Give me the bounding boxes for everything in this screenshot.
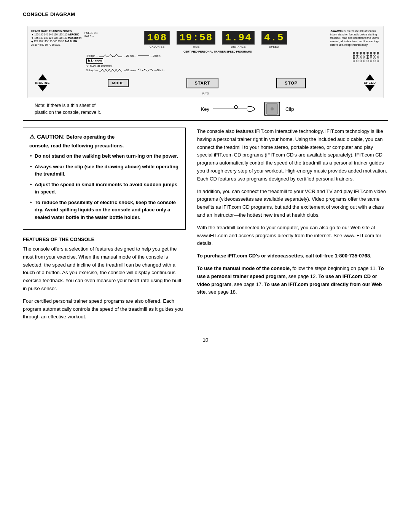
- right-paragraph-2: In addition, you can connect the treadmi…: [197, 188, 388, 219]
- incline-group: INCLINE: [35, 74, 50, 91]
- caution-subtitle: Before operating the: [66, 134, 115, 140]
- speed-display: 4.5 SPEED: [261, 31, 287, 48]
- speed-label: SPEED: [364, 81, 376, 85]
- note-line-1: Note: If there is a thin sheet of: [35, 102, 118, 109]
- right-column: The console also features iFIT.com inter…: [197, 128, 388, 326]
- speed-label: SPEED: [269, 45, 279, 48]
- calories-label: CALORIES: [150, 45, 164, 48]
- console-diagram-section: CONSOLE DIAGRAM HEART RATE TRAINING ZONE…: [23, 11, 388, 121]
- right-paragraph-3: With the treadmill connected to your com…: [197, 224, 388, 248]
- manual-control-label: MANUAL CONTROL: [90, 65, 113, 67]
- heart-rate-zone: HEART RATE TRAINING ZONES ▼ 165 155 145 …: [31, 29, 84, 46]
- clip-label: Clip: [285, 106, 294, 112]
- key-arrow-svg: [213, 103, 259, 115]
- page-container: CONSOLE DIAGRAM HEART RATE TRAINING ZONE…: [23, 11, 388, 343]
- caution-subtitle2: console, read the following precautions.: [29, 143, 179, 149]
- warning-box: ⚠WARNING: To reduce risk of serious inju…: [330, 29, 380, 46]
- incline-down-icon[interactable]: [38, 85, 47, 91]
- caution-item-4-bold: To reduce the possibility of electric sh…: [35, 200, 176, 220]
- features-section: FEATURES OF THE CONSOLE The console offe…: [23, 236, 186, 321]
- manual-control-row: ⊙ MANUAL CONTROL: [86, 64, 349, 67]
- caution-item-2-bold: Always wear the clip (see the drawing ab…: [35, 164, 178, 177]
- program-line-2: iFiT.com: [86, 58, 349, 64]
- pulse-fat-indicators: PULSE 0 ○ FAT 0 ○: [84, 32, 98, 38]
- speed-down-icon[interactable]: [365, 85, 374, 91]
- purchase-text: To purchase iFIT.com CD's or videocasset…: [197, 252, 388, 260]
- page-title: CONSOLE DIAGRAM: [23, 11, 388, 17]
- fat-label: FAT: [84, 35, 89, 38]
- lcd-displays: 108 CALORIES 19:58 TIME 1.94 DISTANCE: [101, 31, 330, 48]
- features-paragraph-1: The console offers a selection of featur…: [23, 245, 186, 293]
- right-paragraph-1: The console also features iFIT.com inter…: [197, 128, 388, 183]
- distance-label: DISTANCE: [231, 45, 246, 48]
- manual-mode-intro: To use the manual mode of the console,: [197, 265, 291, 271]
- console-inner: HEART RATE TRAINING ZONES ▼ 165 155 145 …: [27, 26, 384, 98]
- caution-box: ⚠ CAUTION: Before operating the console,…: [23, 128, 186, 230]
- calories-value: 108: [144, 31, 170, 45]
- program-lines: 4.0 mph— —20 min— —30 min iFiT.com: [86, 54, 349, 72]
- calories-display: 108 CALORIES: [144, 31, 170, 48]
- manual-mode-text: To use the manual mode of the console, f…: [197, 265, 388, 296]
- web-site-text: , see page 18.: [206, 289, 237, 295]
- purchase-bold: To purchase iFIT.com CD's or videocasset…: [197, 253, 371, 259]
- caution-item-1-bold: Do not stand on the walking belt when tu…: [35, 153, 178, 159]
- time-value: 19:58: [177, 31, 215, 45]
- incline-up-icon[interactable]: [38, 74, 47, 80]
- program-line-3: 5.5 mph— —20 min— —30 min: [86, 68, 349, 72]
- note-text: Note: If there is a thin sheet of plasti…: [35, 102, 118, 116]
- left-column: ⚠ CAUTION: Before operating the console,…: [23, 128, 186, 326]
- svg-point-2: [234, 105, 237, 109]
- svg-point-5: [271, 107, 274, 110]
- stop-button[interactable]: STOP: [276, 78, 306, 88]
- caution-icon: ⚠: [29, 133, 35, 141]
- speed-up-icon[interactable]: [365, 74, 374, 80]
- pulse-label: PULSE: [84, 32, 93, 34]
- distance-value: 1.94: [222, 31, 254, 45]
- dot-grid-top: [353, 52, 380, 62]
- start-button[interactable]: START: [186, 78, 219, 88]
- key-clip-row: Note: If there is a thin sheet of plasti…: [27, 101, 384, 117]
- programs-title: CERTIFIED PERSONAL TRAINER SPEED PROGRAM…: [86, 50, 349, 53]
- caution-title: ⚠ CAUTION: Before operating the: [29, 133, 179, 141]
- manual-mode-rest: follow the steps beginning on page 11.: [291, 265, 377, 271]
- main-content: ⚠ CAUTION: Before operating the console,…: [23, 128, 388, 326]
- middle-row: CERTIFIED PERSONAL TRAINER SPEED PROGRAM…: [86, 50, 380, 72]
- dot-grid-container: [353, 52, 380, 63]
- features-header: FEATURES OF THE CONSOLE: [23, 236, 186, 242]
- program-line-1: 4.0 mph— —20 min— —30 min: [86, 54, 349, 58]
- caution-item-2: Always wear the clip (see the drawing ab…: [29, 163, 179, 178]
- clip-container: [263, 101, 282, 117]
- key-diagram: Key: [118, 101, 376, 117]
- console-button-row: INCLINE MODE START STOP SPEED: [31, 74, 380, 91]
- ifit-cd-text: , see page 17.: [231, 281, 263, 287]
- caution-word: CAUTION:: [37, 133, 65, 140]
- caution-item-3-bold: Adjust the speed in small increments to …: [35, 182, 177, 195]
- console-top-row: HEART RATE TRAINING ZONES ▼ 165 155 145 …: [31, 29, 380, 48]
- distance-display: 1.94 DISTANCE: [222, 31, 254, 48]
- incline-label: INCLINE: [35, 81, 50, 85]
- console-diagram-box: HEART RATE TRAINING ZONES ▼ 165 155 145 …: [23, 22, 388, 121]
- personal-trainer-text: , see page 12.: [285, 273, 317, 279]
- caution-list: Do not stand on the walking belt when tu…: [29, 152, 179, 221]
- caution-item-3: Adjust the speed in small increments to …: [29, 181, 179, 196]
- caution-item-4: To reduce the possibility of electric sh…: [29, 199, 179, 221]
- ia-yo-label: IA YO: [31, 92, 380, 95]
- time-display: 19:58 TIME: [177, 31, 215, 48]
- ifit-logo: iFiT.com: [86, 58, 103, 64]
- warning-title: ⚠WARNING:: [330, 30, 346, 32]
- mode-button[interactable]: MODE: [108, 79, 129, 87]
- features-paragraph-2: Four certified personal trainer speed pr…: [23, 297, 186, 321]
- page-number: 10: [23, 337, 388, 343]
- time-label: TIME: [193, 45, 200, 48]
- speed-value: 4.5: [261, 31, 287, 45]
- note-line-2: plastic on the console, remove it.: [35, 109, 118, 116]
- caution-item-1: Do not stand on the walking belt when tu…: [29, 152, 179, 160]
- programs-section: CERTIFIED PERSONAL TRAINER SPEED PROGRAM…: [86, 50, 349, 72]
- speed-group: SPEED: [364, 74, 376, 91]
- clip-svg: [263, 101, 282, 117]
- key-label: Key: [201, 106, 209, 112]
